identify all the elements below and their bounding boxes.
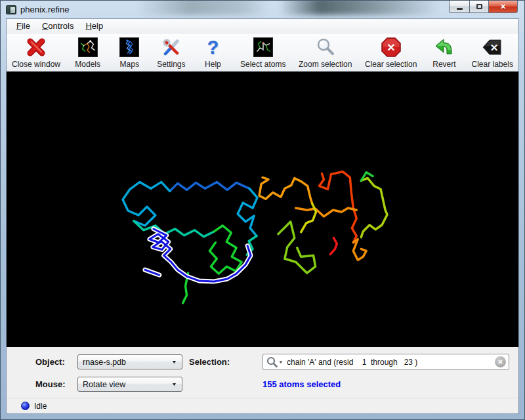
chevron-down-icon: ▼ bbox=[171, 382, 177, 387]
selection-search: ▼ ✕ bbox=[262, 354, 509, 370]
client-area: File Controls Help Close window bbox=[6, 18, 519, 414]
chevron-down-icon: ▼ bbox=[171, 360, 177, 365]
maximize-button[interactable] bbox=[469, 1, 488, 13]
toolbar: Close window Models bbox=[7, 33, 518, 72]
maps-button[interactable]: Maps bbox=[115, 36, 144, 69]
mouse-dropdown[interactable]: Rotate view ▼ bbox=[77, 377, 182, 392]
status-bar: Idle bbox=[7, 398, 518, 413]
settings-button[interactable]: Settings bbox=[157, 36, 186, 69]
status-indicator-icon bbox=[21, 402, 30, 410]
close-window-button[interactable]: Close window bbox=[12, 36, 60, 69]
atoms-selected-status: 155 atoms selected bbox=[262, 379, 509, 389]
object-label: Object: bbox=[35, 357, 72, 367]
molecule-viewport[interactable] bbox=[7, 72, 518, 347]
window-title: phenix.refine bbox=[20, 5, 69, 14]
mouse-label: Mouse: bbox=[35, 379, 72, 389]
clear-selection-button[interactable]: ✕ Clear selection bbox=[365, 36, 417, 69]
select-atoms-button[interactable]: Select atoms bbox=[240, 36, 285, 69]
app-icon[interactable] bbox=[6, 5, 16, 14]
object-dropdown-value: rnase-s.pdb bbox=[83, 358, 126, 367]
mouse-dropdown-value: Rotate view bbox=[83, 380, 125, 389]
menu-controls[interactable]: Controls bbox=[36, 20, 79, 32]
status-text: Idle bbox=[34, 402, 47, 411]
minimize-button[interactable] bbox=[449, 1, 469, 13]
menubar: File Controls Help bbox=[7, 19, 518, 33]
window-controls: ✕ bbox=[449, 1, 518, 13]
models-icon bbox=[78, 36, 98, 58]
titlebar[interactable]: phenix.refine ✕ bbox=[1, 1, 524, 18]
titlebar-glass-reflection bbox=[280, 1, 440, 15]
chevron-down-icon: ▼ bbox=[278, 360, 284, 364]
help-button[interactable]: ? Help bbox=[198, 36, 227, 69]
search-icon[interactable]: ▼ bbox=[266, 356, 284, 368]
revert-button[interactable]: Revert bbox=[430, 36, 459, 69]
clear-labels-button[interactable]: ✕ Clear labels bbox=[472, 36, 513, 69]
select-atoms-icon bbox=[253, 36, 273, 58]
close-button[interactable]: ✕ bbox=[488, 1, 518, 13]
minimize-icon bbox=[457, 8, 463, 10]
close-icon: ✕ bbox=[500, 3, 506, 11]
revert-icon bbox=[434, 36, 455, 58]
help-icon: ? bbox=[207, 36, 219, 58]
clear-search-button[interactable]: ✕ bbox=[495, 356, 506, 368]
maximize-icon bbox=[476, 4, 482, 9]
titlebar-glass-reflection bbox=[137, 1, 268, 15]
zoom-selection-icon bbox=[316, 36, 335, 58]
controls-panel: Object: rnase-s.pdb ▼ Selection: ▼ ✕ Mou… bbox=[7, 347, 518, 398]
selection-input[interactable] bbox=[262, 354, 509, 370]
maps-icon bbox=[119, 36, 139, 58]
svg-text:✕: ✕ bbox=[387, 42, 395, 53]
close-window-icon bbox=[26, 36, 47, 58]
svg-text:✕: ✕ bbox=[490, 42, 499, 53]
zoom-selection-button[interactable]: Zoom selection bbox=[299, 36, 352, 69]
models-button[interactable]: Models bbox=[74, 36, 102, 69]
menu-file[interactable]: File bbox=[10, 20, 36, 32]
clear-selection-icon: ✕ bbox=[381, 36, 402, 58]
object-dropdown[interactable]: rnase-s.pdb ▼ bbox=[77, 354, 182, 369]
app-window: phenix.refine ✕ File Controls Help bbox=[0, 0, 525, 420]
molecule-svg bbox=[7, 72, 518, 347]
selection-label: Selection: bbox=[189, 357, 257, 367]
menu-help[interactable]: Help bbox=[79, 20, 109, 32]
clear-labels-icon: ✕ bbox=[482, 36, 503, 58]
settings-icon bbox=[161, 36, 182, 58]
